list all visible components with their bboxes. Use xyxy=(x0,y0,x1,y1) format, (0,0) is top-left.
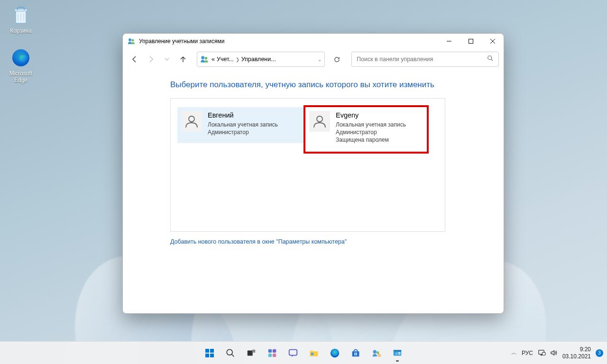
notification-badge[interactable]: 3 xyxy=(596,349,603,357)
minimize-button[interactable] xyxy=(438,34,460,49)
svg-rect-21 xyxy=(210,354,214,357)
svg-rect-26 xyxy=(268,349,272,352)
svg-point-13 xyxy=(205,57,208,60)
svg-point-12 xyxy=(201,56,204,59)
recent-dropdown[interactable] xyxy=(160,52,174,66)
add-user-link[interactable]: Добавить нового пользователя в окне "Пар… xyxy=(170,238,347,245)
content-area: Выберите пользователя, учетную запись ко… xyxy=(123,70,504,313)
desktop-edge[interactable]: Microsoft Edge xyxy=(3,47,39,83)
edge-icon xyxy=(10,47,31,68)
clock[interactable]: 9:20 03.10.2021 xyxy=(562,346,591,360)
users-icon xyxy=(128,37,135,45)
user-type: Локальная учетная запись xyxy=(336,121,406,128)
svg-point-17 xyxy=(317,116,322,122)
svg-rect-38 xyxy=(356,354,357,355)
tray-overflow-button[interactable]: ︿ xyxy=(511,349,517,357)
users-icon xyxy=(200,55,209,64)
svg-rect-24 xyxy=(248,350,253,355)
svg-rect-36 xyxy=(356,353,357,354)
language-indicator[interactable]: РУС xyxy=(522,350,533,356)
window-title: Управление учетными записями xyxy=(139,38,438,45)
svg-line-15 xyxy=(491,59,493,61)
toolbar: « Учет... ❯ Управлени... ⌄ xyxy=(123,49,504,70)
refresh-button[interactable] xyxy=(330,52,344,66)
control-panel-window: Управление учетными записями « Учет... ❯… xyxy=(122,33,504,314)
user-name: Evgeny xyxy=(336,111,406,120)
svg-point-6 xyxy=(129,38,131,41)
svg-rect-49 xyxy=(542,353,545,355)
svg-rect-32 xyxy=(311,353,314,355)
avatar-icon xyxy=(181,111,202,132)
svg-point-7 xyxy=(132,39,134,42)
svg-rect-29 xyxy=(273,353,276,356)
task-view-button[interactable] xyxy=(242,344,261,363)
up-button[interactable] xyxy=(176,52,190,66)
start-button[interactable] xyxy=(200,344,219,363)
user-protected: Защищена паролем xyxy=(336,136,406,144)
time: 9:20 xyxy=(562,346,591,353)
svg-rect-46 xyxy=(398,353,401,354)
back-button[interactable] xyxy=(128,52,142,66)
svg-point-14 xyxy=(488,56,492,60)
titlebar[interactable]: Управление учетными записями xyxy=(123,34,504,49)
svg-rect-19 xyxy=(210,349,214,353)
search-input[interactable] xyxy=(357,56,487,63)
svg-point-44 xyxy=(395,352,398,355)
desktop-icon-label: Корзина xyxy=(3,27,39,34)
maximize-button[interactable] xyxy=(460,34,482,49)
network-icon xyxy=(538,349,546,357)
desktop-icon-label: Microsoft Edge xyxy=(3,70,39,83)
address-bar[interactable]: « Учет... ❯ Управлени... ⌄ xyxy=(197,52,325,67)
page-heading: Выберите пользователя, учетную запись ко… xyxy=(170,80,456,90)
store-button[interactable] xyxy=(346,344,365,363)
user-role: Администратор xyxy=(336,128,406,136)
user-list: Евгений Локальная учетная запись Админис… xyxy=(170,98,445,232)
svg-point-22 xyxy=(227,349,232,355)
widgets-button[interactable] xyxy=(263,344,282,363)
file-explorer-button[interactable] xyxy=(304,344,323,363)
svg-point-40 xyxy=(377,351,379,354)
user-name: Евгений xyxy=(208,111,278,120)
user-type: Локальная учетная запись xyxy=(208,121,278,128)
search-bar[interactable] xyxy=(351,52,499,67)
user-card-evgeny-highlighted[interactable]: Evgeny Локальная учетная запись Админист… xyxy=(304,105,429,154)
svg-rect-28 xyxy=(268,353,272,356)
search-button[interactable] xyxy=(221,344,240,363)
svg-rect-45 xyxy=(398,352,401,353)
svg-rect-1 xyxy=(15,9,27,11)
volume-icon xyxy=(550,349,558,357)
user-role: Администратор xyxy=(208,128,278,136)
svg-rect-30 xyxy=(289,349,297,355)
chevron-down-icon[interactable]: ⌄ xyxy=(318,57,322,62)
avatar-icon xyxy=(309,111,330,132)
svg-point-16 xyxy=(189,116,194,122)
svg-line-23 xyxy=(232,354,234,356)
svg-point-39 xyxy=(373,350,377,353)
svg-rect-34 xyxy=(352,351,359,356)
svg-rect-20 xyxy=(205,354,209,357)
recycle-bin-icon xyxy=(10,5,31,26)
svg-rect-35 xyxy=(354,353,355,354)
taskbar-app-1[interactable] xyxy=(367,344,386,363)
svg-rect-25 xyxy=(252,349,255,352)
svg-rect-48 xyxy=(541,355,543,355)
svg-point-33 xyxy=(331,348,339,357)
svg-rect-37 xyxy=(354,354,355,355)
svg-rect-43 xyxy=(394,350,402,351)
svg-rect-27 xyxy=(273,349,276,352)
edge-button[interactable] xyxy=(325,344,344,363)
svg-rect-18 xyxy=(205,349,209,353)
search-icon[interactable] xyxy=(487,55,494,64)
control-panel-button[interactable] xyxy=(388,344,407,363)
chat-button[interactable] xyxy=(284,344,303,363)
forward-button[interactable] xyxy=(144,52,158,66)
chevron-right-icon: ❯ xyxy=(236,57,239,62)
user-card-evgeniy[interactable]: Евгений Локальная учетная запись Админис… xyxy=(177,107,305,143)
breadcrumb[interactable]: « Учет... ❯ Управлени... xyxy=(212,56,316,63)
taskbar: ︿ РУС 9:20 03.10.2021 3 xyxy=(0,341,607,364)
desktop-recycle-bin[interactable]: Корзина xyxy=(3,5,39,34)
system-tray[interactable] xyxy=(538,349,558,357)
svg-rect-9 xyxy=(469,39,473,44)
close-button[interactable] xyxy=(482,34,504,49)
date: 03.10.2021 xyxy=(562,353,591,360)
